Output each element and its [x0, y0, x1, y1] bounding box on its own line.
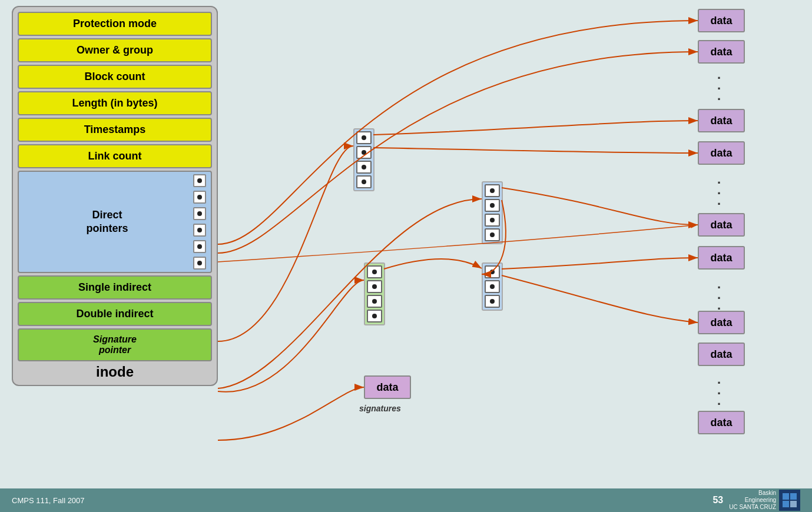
data-box-4: data: [698, 141, 745, 165]
ptr-cell: [356, 175, 372, 188]
inode-container: Protection mode Owner & group Block coun…: [12, 6, 218, 386]
ucsc-logo-icon: [779, 490, 800, 511]
double-indirect-l2b-block: [482, 262, 503, 311]
logo-area: Baskin Engineering UC SANTA CRUZ: [729, 490, 800, 511]
data-box-1: data: [698, 9, 745, 32]
ptr-cell: [356, 161, 372, 174]
ptr-cell: [367, 280, 382, 293]
ptr-cell: [485, 184, 500, 197]
double-indirect-l1-block: [482, 181, 503, 244]
signature-data-box: data: [364, 375, 411, 399]
dot-cell-4: [193, 224, 206, 237]
data-box-8: data: [698, 343, 745, 366]
dot-cell-2: [193, 191, 206, 204]
bottom-right-area: 53 Baskin Engineering UC SANTA CRUZ: [712, 490, 800, 511]
data-box-7: data: [698, 311, 745, 334]
ptr-cell: [356, 131, 372, 144]
dots-2c: ·: [717, 197, 723, 212]
svg-rect-2: [790, 493, 797, 500]
owner-group-field: Owner & group: [18, 38, 212, 62]
ptr-cell: [485, 265, 500, 278]
block-count-field: Block count: [18, 65, 212, 89]
ptr-cell: [367, 310, 382, 323]
ptr-cell: [485, 295, 500, 308]
data-box-5: data: [698, 213, 745, 237]
ptr-cell: [485, 199, 500, 212]
dot-cell-5: [193, 240, 206, 253]
ptr-cell: [367, 295, 382, 308]
svg-rect-4: [790, 501, 797, 507]
dots-1c: ·: [717, 92, 723, 107]
protection-mode-field: Protection mode: [18, 12, 212, 36]
direct-pointers-label: Directpointers: [21, 208, 193, 236]
double-indirect-field: Double indirect: [18, 302, 212, 326]
dot-cell-1: [193, 174, 206, 187]
direct-pointers-block: Directpointers: [18, 171, 212, 273]
course-label: CMPS 111, Fall 2007: [12, 496, 85, 505]
link-count-field: Link count: [18, 144, 212, 168]
ptr-cell: [356, 146, 372, 159]
ptr-cell: [485, 280, 500, 293]
inode-label: inode: [18, 364, 212, 380]
data-box-9: data: [698, 411, 745, 434]
data-box-3: data: [698, 109, 745, 132]
direct-dots-column: [193, 174, 206, 270]
length-field: Length (in bytes): [18, 91, 212, 115]
svg-rect-1: [783, 493, 789, 500]
double-indirect-l2-block: [364, 262, 385, 325]
single-indirect-ptr-block: [353, 128, 374, 191]
bottom-bar: CMPS 111, Fall 2007 53 Baskin Engineerin…: [0, 488, 812, 512]
dot-cell-3: [193, 207, 206, 220]
ptr-cell: [367, 265, 382, 278]
data-box-6: data: [698, 246, 745, 270]
data-box-2: data: [698, 40, 745, 64]
dots-4c: ·: [717, 397, 723, 412]
signature-pointer-field: Signaturepointer: [18, 328, 212, 361]
logo-text: Baskin Engineering UC SANTA CRUZ: [729, 490, 776, 511]
slide-number: 53: [712, 495, 723, 506]
single-indirect-field: Single indirect: [18, 275, 212, 300]
slide-container: Protection mode Owner & group Block coun…: [0, 0, 812, 512]
ptr-cell: [485, 214, 500, 227]
timestamps-field: Timestamps: [18, 118, 212, 142]
ptr-cell: [485, 228, 500, 241]
signature-label: signatures: [359, 404, 401, 413]
dot-cell-6: [193, 257, 206, 270]
svg-rect-3: [783, 501, 789, 507]
